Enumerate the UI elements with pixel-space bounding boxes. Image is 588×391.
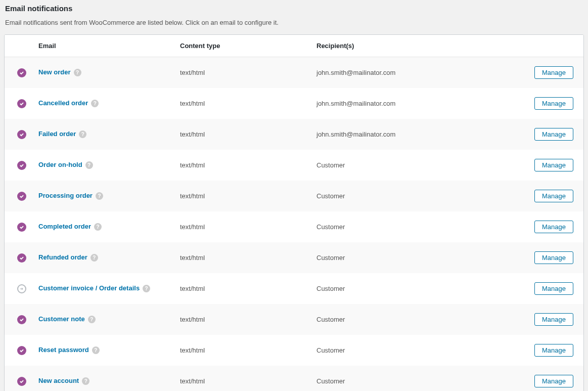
manage-button[interactable]: Manage <box>534 221 573 233</box>
help-icon[interactable]: ? <box>91 100 99 107</box>
manage-button[interactable]: Manage <box>534 190 573 202</box>
table-row: New order?text/htmljohn.smith@mailinator… <box>5 57 583 89</box>
manage-cell: Manage <box>528 57 583 89</box>
column-header-email: Email <box>32 35 174 57</box>
table-row: Customer note?text/htmlCustomerManage <box>5 304 583 335</box>
email-name-link[interactable]: Reset password <box>38 346 89 354</box>
email-name-link[interactable]: Cancelled order <box>38 99 88 107</box>
manage-button[interactable]: Manage <box>534 375 573 387</box>
table-row: Customer invoice / Order details?text/ht… <box>5 273 583 304</box>
status-enabled-icon <box>17 346 26 355</box>
email-name-link[interactable]: New account <box>38 377 79 384</box>
content-type-cell: text/html <box>174 273 310 304</box>
email-name-link[interactable]: Failed order <box>38 130 76 138</box>
help-icon[interactable]: ? <box>92 346 100 354</box>
email-notifications-table: Email Content type Recipient(s) New orde… <box>4 34 584 391</box>
manage-button[interactable]: Manage <box>534 128 573 141</box>
recipients-cell: Customer <box>310 211 528 242</box>
content-type-cell: text/html <box>174 211 310 242</box>
help-icon[interactable]: ? <box>88 316 96 323</box>
manage-cell: Manage <box>528 335 583 366</box>
manage-cell: Manage <box>528 119 583 150</box>
table-row: Refunded order?text/htmlCustomerManage <box>5 242 583 273</box>
status-cell <box>5 304 32 335</box>
content-type-cell: text/html <box>174 335 310 366</box>
email-name-link[interactable]: New order <box>38 68 71 76</box>
email-name-link[interactable]: Refunded order <box>38 253 87 261</box>
status-enabled-icon <box>17 130 26 139</box>
manage-button[interactable]: Manage <box>534 282 573 295</box>
manage-button[interactable]: Manage <box>534 251 573 264</box>
email-name-cell: Refunded order? <box>32 242 174 273</box>
status-cell <box>5 57 32 89</box>
help-icon[interactable]: ? <box>91 254 98 262</box>
manage-button[interactable]: Manage <box>534 313 573 326</box>
status-enabled-icon <box>17 99 26 108</box>
table-row: New account?text/htmlCustomerManage <box>5 366 583 391</box>
recipients-cell: john.smith@mailinator.com <box>310 88 528 119</box>
recipients-cell: Customer <box>310 304 528 335</box>
email-name-cell: New account? <box>32 366 174 391</box>
status-enabled-icon <box>17 315 26 324</box>
column-header-status <box>5 35 32 57</box>
status-cell <box>5 150 32 181</box>
recipients-cell: Customer <box>310 335 528 366</box>
table-row: Processing order?text/htmlCustomerManage <box>5 181 583 211</box>
email-name-cell: Order on-hold? <box>32 150 174 181</box>
content-type-cell: text/html <box>174 181 310 211</box>
status-cell <box>5 211 32 242</box>
email-name-link[interactable]: Customer note <box>38 315 85 323</box>
recipients-cell: john.smith@mailinator.com <box>310 57 528 89</box>
recipients-cell: Customer <box>310 273 528 304</box>
manage-cell: Manage <box>528 366 583 391</box>
help-icon[interactable]: ? <box>85 161 93 169</box>
manage-cell: Manage <box>528 273 583 304</box>
manage-button[interactable]: Manage <box>534 159 573 171</box>
help-icon[interactable]: ? <box>82 377 89 385</box>
manage-button[interactable]: Manage <box>534 97 573 110</box>
manage-button[interactable]: Manage <box>534 344 573 357</box>
manage-cell: Manage <box>528 150 583 181</box>
manage-cell: Manage <box>528 304 583 335</box>
status-cell <box>5 335 32 366</box>
email-name-cell: Reset password? <box>32 335 174 366</box>
help-icon[interactable]: ? <box>94 223 102 231</box>
table-row: Cancelled order?text/htmljohn.smith@mail… <box>5 88 583 119</box>
email-name-cell: Customer invoice / Order details? <box>32 273 174 304</box>
email-name-cell: New order? <box>32 57 174 89</box>
email-name-link[interactable]: Order on-hold <box>38 161 82 168</box>
table-row: Order on-hold?text/htmlCustomerManage <box>5 150 583 181</box>
status-cell <box>5 181 32 211</box>
status-enabled-icon <box>17 192 26 201</box>
status-manual-icon <box>17 284 26 293</box>
email-name-link[interactable]: Processing order <box>38 192 93 199</box>
page-title: Email notifications <box>4 4 584 13</box>
content-type-cell: text/html <box>174 119 310 150</box>
status-enabled-icon <box>17 377 26 386</box>
email-name-cell: Processing order? <box>32 181 174 211</box>
table-row: Completed order?text/htmlCustomerManage <box>5 211 583 242</box>
status-cell <box>5 242 32 273</box>
help-icon[interactable]: ? <box>143 285 150 292</box>
manage-button[interactable]: Manage <box>534 66 573 79</box>
email-name-cell: Failed order? <box>32 119 174 150</box>
email-name-cell: Cancelled order? <box>32 88 174 119</box>
manage-cell: Manage <box>528 242 583 273</box>
status-enabled-icon <box>17 161 26 170</box>
column-header-recipients: Recipient(s) <box>310 35 528 57</box>
page-description: Email notifications sent from WooCommerc… <box>4 19 584 26</box>
table-row: Reset password?text/htmlCustomerManage <box>5 335 583 366</box>
status-cell <box>5 119 32 150</box>
manage-cell: Manage <box>528 181 583 211</box>
status-cell <box>5 273 32 304</box>
table-row: Failed order?text/htmljohn.smith@mailina… <box>5 119 583 150</box>
status-cell <box>5 366 32 391</box>
help-icon[interactable]: ? <box>74 69 81 76</box>
manage-cell: Manage <box>528 211 583 242</box>
recipients-cell: john.smith@mailinator.com <box>310 119 528 150</box>
status-cell <box>5 88 32 119</box>
help-icon[interactable]: ? <box>79 131 86 138</box>
help-icon[interactable]: ? <box>96 192 103 200</box>
email-name-link[interactable]: Completed order <box>38 223 91 230</box>
email-name-link[interactable]: Customer invoice / Order details <box>38 284 140 292</box>
